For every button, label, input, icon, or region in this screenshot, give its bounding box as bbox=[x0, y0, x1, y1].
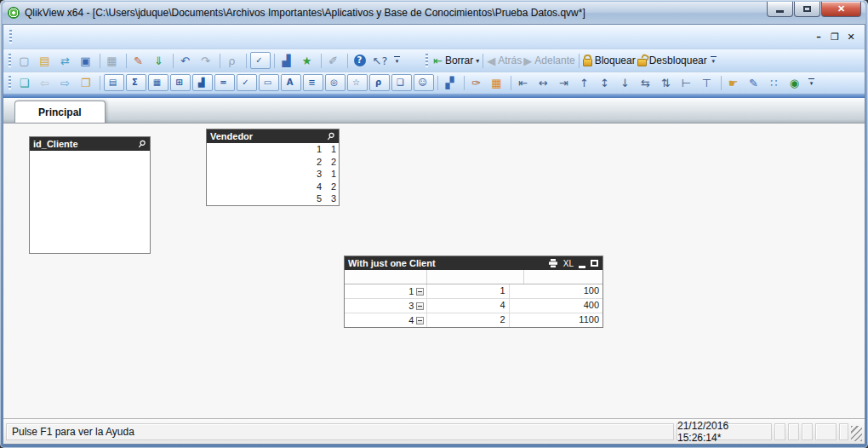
listbox-value[interactable]: 1 1 bbox=[207, 143, 339, 156]
resize-grip[interactable] bbox=[851, 426, 862, 441]
webview-button[interactable]: ◉ bbox=[785, 74, 806, 91]
table-cell[interactable]: 100 bbox=[510, 284, 602, 298]
table-cell[interactable]: 4 bbox=[345, 313, 427, 327]
create-search-object-button[interactable]: ρ bbox=[369, 74, 390, 91]
table-cell[interactable]: 400 bbox=[510, 299, 602, 313]
listbox-value[interactable] bbox=[30, 202, 150, 215]
listbox-id-cliente: id_Cliente bbox=[29, 136, 151, 254]
object-minimize-icon[interactable] bbox=[579, 266, 585, 268]
create-input-box-button[interactable]: ⊞ bbox=[170, 74, 191, 91]
table-caption[interactable]: With just one Client XL bbox=[345, 256, 602, 270]
status-help-text: Pulse F1 para ver la Ayuda bbox=[6, 423, 674, 440]
notes-button[interactable]: ✐ bbox=[324, 52, 345, 69]
listbox-value[interactable]: 2 2 bbox=[207, 156, 339, 169]
table-column-header[interactable] bbox=[345, 270, 427, 284]
document-restore-button[interactable]: ❐ bbox=[828, 31, 842, 43]
toolbar-drag-handle[interactable] bbox=[9, 54, 11, 67]
create-multi-box-button[interactable]: = bbox=[214, 74, 235, 91]
listbox-value[interactable] bbox=[30, 227, 150, 240]
table-column-header[interactable] bbox=[521, 270, 524, 284]
create-text-object-button[interactable]: A bbox=[281, 74, 301, 91]
create-container-button[interactable]: ❑ bbox=[391, 74, 412, 91]
table-cell[interactable]: 1100 bbox=[510, 313, 602, 327]
listbox-caption[interactable]: id_Cliente bbox=[30, 137, 150, 151]
toolbar-drag-handle[interactable] bbox=[9, 76, 11, 89]
format-painter-button[interactable]: ✑ bbox=[467, 74, 488, 91]
quick-chart-wizard-button[interactable]: ▞ bbox=[441, 74, 461, 91]
sheet-properties-button[interactable]: ❐ bbox=[77, 74, 97, 91]
excel-export-icon[interactable]: XL bbox=[563, 259, 574, 268]
create-custom-object-button[interactable]: ☺ bbox=[414, 74, 434, 91]
printer-icon[interactable] bbox=[548, 259, 558, 267]
help-button[interactable]: ? bbox=[351, 52, 371, 69]
add-bookmark-button[interactable]: ★ bbox=[298, 52, 318, 69]
create-slider-object-button[interactable]: ◎ bbox=[325, 74, 345, 91]
demote-sheet-button[interactable]: ⇨ bbox=[56, 74, 77, 91]
listbox-value[interactable] bbox=[30, 164, 150, 176]
create-button-object-button[interactable]: ▭ bbox=[259, 74, 279, 91]
document-minimize-button[interactable]: – bbox=[812, 31, 825, 43]
listbox-value[interactable] bbox=[30, 176, 150, 189]
collapse-icon[interactable] bbox=[416, 288, 424, 296]
create-current-selections-box-button[interactable]: ✓ bbox=[237, 74, 257, 91]
listbox-value[interactable]: 5 3 bbox=[207, 192, 339, 205]
create-chart-button[interactable]: ▟ bbox=[192, 74, 213, 91]
listbox-value[interactable]: 3 1 bbox=[207, 168, 339, 181]
listbox-value[interactable] bbox=[30, 215, 150, 227]
add-sheet-button[interactable]: ❏ bbox=[15, 74, 36, 91]
edit-script-button[interactable]: ✎ bbox=[129, 52, 150, 69]
create-statistics-box-button[interactable]: Σ bbox=[126, 74, 146, 91]
table-column-header[interactable] bbox=[427, 270, 521, 284]
create-line-arrow-button[interactable]: ≡ bbox=[303, 74, 323, 91]
collapse-icon[interactable] bbox=[416, 302, 424, 310]
toolbar-overflow-chevron[interactable]: ▾ bbox=[806, 75, 817, 91]
table-cell[interactable]: 4 bbox=[427, 299, 509, 313]
quick-chart-button[interactable]: ▟ bbox=[277, 52, 298, 69]
search-icon[interactable] bbox=[327, 132, 335, 141]
document-close-button[interactable]: ✕ bbox=[844, 31, 858, 43]
listbox-value[interactable] bbox=[30, 151, 150, 164]
move-size-objects-button[interactable]: ☛ bbox=[724, 74, 745, 91]
toolbar-drag-handle[interactable] bbox=[9, 30, 12, 43]
table-cell[interactable]: 1 bbox=[427, 284, 509, 298]
reload-data-button[interactable]: ⇓ bbox=[150, 52, 170, 69]
listbox-value[interactable] bbox=[30, 240, 150, 253]
object-maximize-icon[interactable] bbox=[591, 260, 598, 267]
listbox-caption[interactable]: Vendedor bbox=[207, 129, 339, 143]
create-bookmark-object-button[interactable]: ☆ bbox=[347, 74, 368, 91]
titlebar[interactable]: QlikView x64 - [C:\Users\jduque\Document… bbox=[3, 2, 865, 24]
window-close-button[interactable]: ✕ bbox=[821, 2, 861, 17]
refresh-button[interactable]: ⇄ bbox=[56, 52, 77, 69]
create-listbox-button[interactable]: ▤ bbox=[104, 74, 124, 91]
toolbar-overflow-chevron[interactable]: ▾ bbox=[708, 53, 719, 69]
clear-button[interactable]: ⇤ Borrar ▾ bbox=[432, 52, 480, 69]
table-cell[interactable]: 3 bbox=[345, 299, 427, 313]
lock-button[interactable]: Bloquear bbox=[582, 52, 637, 69]
window-minimize-button[interactable] bbox=[767, 2, 793, 17]
toolbar-drag-handle[interactable] bbox=[425, 54, 428, 67]
table-cell[interactable]: 2 bbox=[427, 313, 509, 327]
listbox-value[interactable] bbox=[30, 189, 150, 202]
table-viewer-button[interactable]: ∷ bbox=[765, 74, 785, 91]
undo-button[interactable]: ↶ bbox=[176, 52, 197, 69]
window-restore-button[interactable] bbox=[794, 2, 820, 17]
create-table-box-button[interactable]: ▦ bbox=[148, 74, 168, 91]
object-properties-button[interactable]: ✎ bbox=[745, 74, 765, 91]
open-file-button[interactable]: ▤ bbox=[36, 52, 56, 69]
listbox-value[interactable]: 4 2 bbox=[207, 181, 339, 193]
new-document-button[interactable]: ▢ bbox=[15, 52, 36, 69]
search-icon[interactable] bbox=[138, 140, 146, 148]
tab-principal[interactable]: Principal bbox=[14, 101, 106, 123]
table-cell[interactable]: 1 bbox=[345, 284, 427, 298]
collapse-icon[interactable] bbox=[416, 317, 424, 325]
clear-dropdown-caret[interactable]: ▾ bbox=[476, 57, 479, 65]
current-selections-button[interactable]: ✓ bbox=[250, 52, 271, 69]
unlock-button[interactable]: Desbloquear bbox=[637, 52, 708, 69]
save-button[interactable]: ▣ bbox=[77, 52, 97, 69]
listbox-values: 1 1 2 2 3 1 4 2 5 3 bbox=[207, 143, 339, 205]
context-help-button[interactable]: ↖? bbox=[371, 52, 391, 69]
design-grid-button[interactable]: ▦ bbox=[488, 74, 508, 91]
toolbar-overflow-chevron[interactable]: ▾ bbox=[391, 53, 403, 69]
standard-toolbar-buttons: ▢ ▤ ⇄ ▣ ▦ ✎ bbox=[15, 52, 391, 69]
space-horizontally-button: ⇆ bbox=[637, 74, 657, 91]
